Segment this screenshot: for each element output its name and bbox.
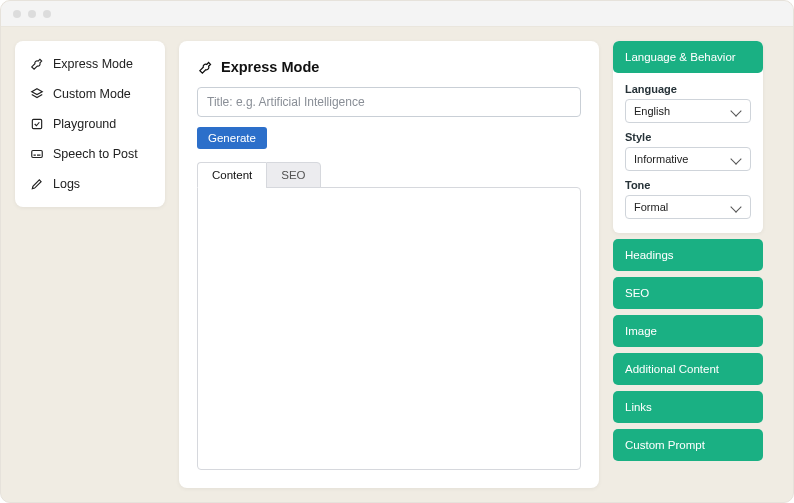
layers-icon [29,86,45,102]
sidebar-item-label: Playground [53,117,116,131]
field-label-tone: Tone [625,179,751,191]
tab-content[interactable]: Content [197,162,266,188]
accordion-header-additional-content[interactable]: Additional Content [613,353,763,385]
collapsed-sections: Headings SEO Image Additional Content Li… [613,239,763,461]
accordion-header-language-behavior[interactable]: Language & Behavior [613,41,763,73]
checkbox-icon [29,116,45,132]
sidebar-item-playground[interactable]: Playground [21,109,159,139]
sidebar-item-label: Logs [53,177,80,191]
tab-seo[interactable]: SEO [266,162,320,188]
settings-section-language-behavior: Language & Behavior Language English Sty… [613,41,763,233]
field-label-style: Style [625,131,751,143]
wrench-icon [29,56,45,72]
sidebar-item-logs[interactable]: Logs [21,169,159,199]
accordion-header-image[interactable]: Image [613,315,763,347]
app-window: Express Mode Custom Mode Playground Spee… [0,0,794,503]
wrench-icon [197,59,213,75]
select-value: Formal [634,201,668,213]
chevron-down-icon [730,153,741,164]
chevron-down-icon [730,201,741,212]
sidebar-item-custom-mode[interactable]: Custom Mode [21,79,159,109]
window-dot [28,10,36,18]
window-dot [43,10,51,18]
settings-panel: Language & Behavior Language English Sty… [613,41,763,488]
titlebar [1,1,793,27]
accordion-header-headings[interactable]: Headings [613,239,763,271]
accordion-header-seo[interactable]: SEO [613,277,763,309]
content-editor[interactable] [197,187,581,470]
tab-bar: Content SEO [197,161,581,187]
sidebar-item-express-mode[interactable]: Express Mode [21,49,159,79]
language-select[interactable]: English [625,99,751,123]
accordion-header-links[interactable]: Links [613,391,763,423]
pen-icon [29,176,45,192]
style-select[interactable]: Informative [625,147,751,171]
svg-rect-1 [32,151,43,158]
select-value: Informative [634,153,688,165]
accordion-body: Language English Style Informative Tone … [613,73,763,233]
sidebar-item-speech-to-post[interactable]: Speech to Post [21,139,159,169]
main-panel: Express Mode Generate Content SEO [179,41,599,488]
sidebar-item-label: Speech to Post [53,147,138,161]
page-title: Express Mode [221,59,319,75]
sidebar-item-label: Express Mode [53,57,133,71]
field-label-language: Language [625,83,751,95]
sidebar-item-label: Custom Mode [53,87,131,101]
workspace: Express Mode Custom Mode Playground Spee… [1,27,793,502]
select-value: English [634,105,670,117]
tone-select[interactable]: Formal [625,195,751,219]
main-header: Express Mode [197,59,581,75]
generate-button[interactable]: Generate [197,127,267,149]
sidebar: Express Mode Custom Mode Playground Spee… [15,41,165,207]
accordion-header-custom-prompt[interactable]: Custom Prompt [613,429,763,461]
title-input[interactable] [197,87,581,117]
chevron-down-icon [730,105,741,116]
window-dot [13,10,21,18]
svg-rect-0 [32,119,41,128]
subtitle-icon [29,146,45,162]
